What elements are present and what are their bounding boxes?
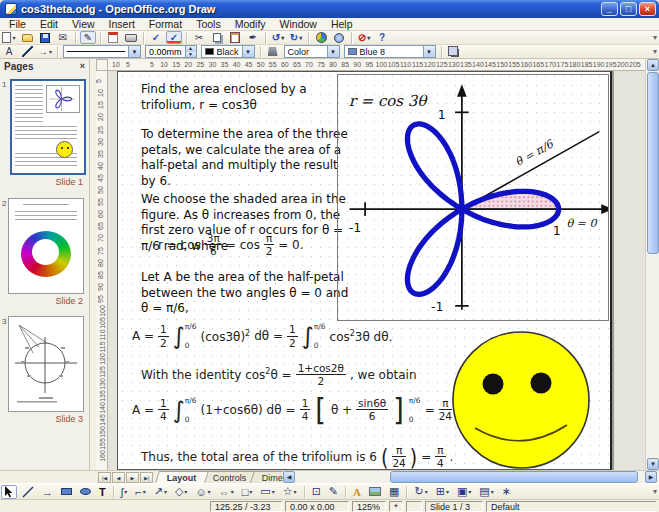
rectangle-tool[interactable] (58, 485, 75, 499)
chevron-down-icon[interactable]: ▼ (327, 46, 339, 57)
edit-points-tool[interactable]: ⊡ (309, 485, 324, 499)
identity-line[interactable]: With the identity cos2θ = 1+cos2θ2 , we … (141, 362, 417, 387)
vertical-scroll-thumb[interactable] (647, 72, 659, 254)
arrow-style-icon[interactable]: →▾ (37, 45, 53, 58)
line-tool[interactable] (19, 485, 37, 499)
from-file-tool[interactable] (366, 485, 384, 499)
connector-tool[interactable]: ⌐▾ (132, 485, 148, 499)
open-icon[interactable] (19, 31, 35, 44)
next-layer-icon[interactable]: ▶ (126, 472, 139, 483)
arrow-tool[interactable]: → (39, 485, 56, 499)
close-button[interactable]: × (639, 2, 656, 16)
chevron-down-icon[interactable]: ▼ (128, 46, 140, 57)
close-icon[interactable]: × (80, 61, 85, 71)
menu-window[interactable]: Window (273, 18, 324, 30)
slide-label[interactable]: Slide 3 (55, 414, 83, 424)
stars-tool[interactable]: ☆▾ (280, 485, 300, 499)
menu-help[interactable]: Help (324, 18, 360, 30)
line-width-stepper[interactable]: 0.00mm ▲▼ (145, 45, 197, 58)
paragraph[interactable]: Let A be the area of the half-petal betw… (141, 270, 359, 317)
chevron-down-icon[interactable]: ▼ (242, 46, 254, 57)
undo-icon[interactable]: ↺▾ (270, 31, 286, 44)
basic-shapes-tool[interactable]: ◇▾ (172, 485, 190, 499)
shadow-icon[interactable] (446, 45, 462, 58)
ellipse-tool[interactable] (77, 485, 94, 499)
area-style-select[interactable]: Color ▼ (284, 45, 340, 58)
arrange-tool[interactable]: ▣▾ (454, 485, 474, 499)
conclusion-line[interactable]: Thus, the total area of the trifolium is… (141, 444, 453, 469)
copy-icon[interactable] (209, 31, 225, 44)
alignment-tool[interactable]: ⊞▾ (433, 485, 452, 499)
slide-thumbnail-2[interactable] (8, 198, 84, 294)
formula-result[interactable]: A = 14 ∫π/60 (1+cos6θ) dθ = 14 [ θ + sin… (132, 394, 460, 425)
scroll-up-icon[interactable]: ▲ (647, 59, 659, 71)
lines-arrows-tool[interactable]: ↗▾ (151, 485, 170, 499)
chart-icon[interactable] (313, 31, 329, 44)
smiley-face[interactable] (448, 330, 594, 470)
export-pdf-icon[interactable] (105, 31, 121, 44)
save-icon[interactable] (37, 31, 53, 44)
symbol-shapes-tool[interactable]: ☺▾ (192, 485, 213, 499)
menu-insert[interactable]: Insert (102, 18, 142, 30)
spin-down-icon[interactable]: ▼ (186, 52, 196, 58)
vertical-scrollbar[interactable]: ▲ ▼ (645, 59, 659, 470)
trifolium-figure[interactable]: r = cos 3θ -1 1 1 -1 θ = 0 θ = π/6 (337, 74, 609, 321)
scroll-right-icon[interactable]: ▶ (645, 471, 657, 483)
navigator-icon[interactable] (331, 31, 347, 44)
menu-modify[interactable]: Modify (228, 18, 273, 30)
redo-icon[interactable]: ↻▾ (288, 31, 304, 44)
curve-tool[interactable]: ʃ▾ (118, 485, 130, 499)
paragraph[interactable]: To determine the area of the three petal… (141, 127, 353, 189)
new-icon[interactable]: ▾ (1, 31, 17, 44)
minimize-button[interactable]: _ (601, 2, 618, 16)
slide-label[interactable]: Slide 2 (55, 296, 83, 306)
document-page[interactable]: Find the area enclosed by a trifolium, r… (117, 71, 612, 470)
title-bar[interactable]: cos3theta.odg - OpenOffice.org Draw _ □ … (0, 0, 659, 18)
menu-view[interactable]: View (65, 18, 102, 30)
menu-edit[interactable]: Edit (33, 18, 65, 30)
formula-r-zero[interactable]: r = cos 3π6 = cos π2 = 0. (158, 232, 304, 257)
spellcheck-icon[interactable]: ✓ (148, 31, 164, 44)
extrusion-tool[interactable]: ▤▾ (476, 485, 496, 499)
area-icon[interactable] (265, 45, 281, 58)
last-layer-icon[interactable]: ▶| (140, 472, 153, 483)
text-tool[interactable]: T (96, 485, 109, 499)
horizontal-scroll-thumb[interactable] (390, 471, 638, 483)
line-style-select[interactable]: ▼ (63, 45, 141, 58)
ruler-vertical[interactable]: 5101520253035404550556065707580859095100… (96, 71, 108, 470)
fontwork-gallery-tool[interactable]: A (350, 485, 364, 499)
zoom-level[interactable]: 125% (352, 501, 386, 512)
zoom-icon[interactable]: ⊘▾ (356, 31, 372, 44)
menu-tools[interactable]: Tools (189, 18, 228, 30)
interaction-tool[interactable]: ∗ (499, 485, 514, 499)
slide-thumbnail-1[interactable] (10, 79, 86, 175)
tab-layout[interactable]: Layout (155, 471, 208, 483)
maximize-button[interactable]: □ (620, 2, 637, 16)
glue-points-tool[interactable]: ✎ (326, 485, 341, 499)
formula-area-integral[interactable]: A = 12 ∫π/60 (cos3θ)2 dθ = 12 ∫π/60 cos2… (132, 322, 392, 350)
previous-layer-icon[interactable]: ◀ (112, 472, 125, 483)
slide-thumbnail-3[interactable] (8, 316, 84, 412)
styles-formatting-icon[interactable]: A (1, 45, 17, 58)
cut-icon[interactable]: ✂ (191, 31, 207, 44)
toolbar-overflow-icon[interactable]: ▾ (653, 47, 657, 56)
gallery-tool[interactable]: ▦ (386, 485, 402, 499)
toolbar-overflow-icon[interactable]: ▾ (653, 33, 657, 42)
callouts-tool[interactable]: ▭▾ (257, 485, 277, 499)
horizontal-scrollbar[interactable]: ◀ ▶ (283, 471, 659, 483)
auto-spellcheck-icon[interactable]: ✓ (166, 31, 182, 44)
edit-file-icon[interactable]: ✎ (80, 31, 96, 44)
print-icon[interactable] (123, 31, 139, 44)
email-icon[interactable]: ✉ (55, 31, 71, 44)
toolbar-overflow-icon[interactable]: ▾ (653, 487, 657, 496)
chevron-down-icon[interactable]: ▼ (423, 46, 435, 57)
flowcharts-tool[interactable]: □▾ (239, 485, 256, 499)
format-paintbrush-icon[interactable]: ✒ (245, 31, 261, 44)
menu-format[interactable]: Format (142, 18, 189, 30)
slide-label[interactable]: Slide 1 (55, 177, 83, 187)
area-fill-select[interactable]: Blue 8 ▼ (344, 45, 436, 58)
drawing-canvas[interactable]: Find the area enclosed by a trifolium, r… (108, 71, 645, 470)
select-tool[interactable] (1, 485, 17, 499)
line-tool-icon[interactable] (19, 45, 35, 58)
ruler-horizontal[interactable]: 1055101520253035404550556065707580859095… (108, 59, 645, 71)
